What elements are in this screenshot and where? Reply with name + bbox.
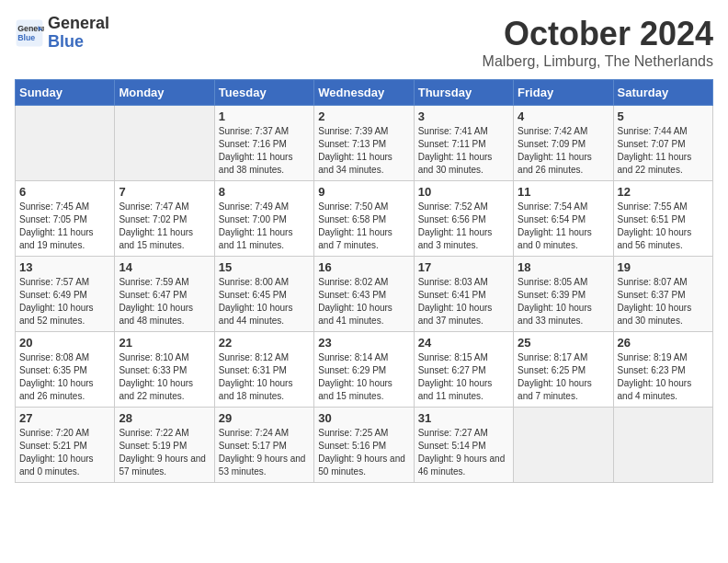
weekday-friday: Friday: [514, 80, 613, 106]
day-number: 8: [219, 185, 310, 199]
week-row-1: 1Sunrise: 7:37 AM Sunset: 7:16 PM Daylig…: [16, 106, 713, 181]
day-info: Sunrise: 8:14 AM Sunset: 6:29 PM Dayligh…: [318, 351, 409, 403]
calendar-cell: 8Sunrise: 7:49 AM Sunset: 7:00 PM Daylig…: [214, 181, 313, 257]
day-info: Sunrise: 7:37 AM Sunset: 7:16 PM Dayligh…: [219, 125, 310, 177]
day-info: Sunrise: 7:49 AM Sunset: 7:00 PM Dayligh…: [219, 201, 310, 252]
day-number: 24: [418, 336, 509, 350]
weekday-wednesday: Wednesday: [314, 80, 414, 106]
calendar-cell: 14Sunrise: 7:59 AM Sunset: 6:47 PM Dayli…: [115, 257, 214, 332]
calendar-cell: [514, 408, 613, 483]
calendar-table: SundayMondayTuesdayWednesdayThursdayFrid…: [15, 79, 713, 483]
day-info: Sunrise: 8:17 AM Sunset: 6:25 PM Dayligh…: [518, 351, 609, 403]
calendar-cell: 28Sunrise: 7:22 AM Sunset: 5:19 PM Dayli…: [115, 408, 214, 483]
day-number: 23: [318, 336, 409, 350]
day-info: Sunrise: 8:19 AM Sunset: 6:23 PM Dayligh…: [618, 351, 709, 403]
weekday-sunday: Sunday: [16, 80, 115, 106]
day-number: 21: [119, 336, 210, 350]
day-number: 2: [318, 109, 409, 123]
day-info: Sunrise: 7:59 AM Sunset: 6:47 PM Dayligh…: [119, 276, 210, 327]
calendar-cell: 4Sunrise: 7:42 AM Sunset: 7:09 PM Daylig…: [514, 106, 613, 181]
day-number: 28: [119, 411, 210, 425]
day-number: 27: [19, 411, 110, 425]
day-info: Sunrise: 8:05 AM Sunset: 6:39 PM Dayligh…: [518, 276, 609, 327]
day-info: Sunrise: 7:41 AM Sunset: 7:11 PM Dayligh…: [418, 125, 509, 177]
calendar-cell: [115, 106, 214, 181]
page-header: General Blue General Blue October 2024 M…: [15, 15, 713, 70]
calendar-cell: 5Sunrise: 7:44 AM Sunset: 7:07 PM Daylig…: [613, 106, 712, 181]
logo-icon: General Blue: [15, 18, 44, 48]
calendar-cell: 29Sunrise: 7:24 AM Sunset: 5:17 PM Dayli…: [214, 408, 313, 483]
calendar-cell: 16Sunrise: 8:02 AM Sunset: 6:43 PM Dayli…: [314, 257, 414, 332]
calendar-cell: [16, 106, 115, 181]
day-number: 9: [318, 185, 409, 199]
calendar-cell: 27Sunrise: 7:20 AM Sunset: 5:21 PM Dayli…: [16, 408, 115, 483]
day-number: 10: [418, 185, 509, 199]
week-row-3: 13Sunrise: 7:57 AM Sunset: 6:49 PM Dayli…: [16, 257, 713, 332]
day-number: 25: [518, 336, 609, 350]
day-number: 3: [418, 109, 509, 123]
week-row-2: 6Sunrise: 7:45 AM Sunset: 7:05 PM Daylig…: [16, 181, 713, 257]
day-number: 18: [518, 260, 609, 274]
calendar-cell: 17Sunrise: 8:03 AM Sunset: 6:41 PM Dayli…: [414, 257, 513, 332]
day-info: Sunrise: 8:00 AM Sunset: 6:45 PM Dayligh…: [219, 276, 310, 327]
day-number: 20: [19, 336, 110, 350]
day-info: Sunrise: 7:24 AM Sunset: 5:17 PM Dayligh…: [219, 427, 310, 478]
calendar-cell: 9Sunrise: 7:50 AM Sunset: 6:58 PM Daylig…: [314, 181, 414, 257]
day-number: 15: [219, 260, 310, 274]
day-info: Sunrise: 7:54 AM Sunset: 6:54 PM Dayligh…: [518, 201, 609, 252]
day-number: 26: [618, 336, 709, 350]
calendar-cell: 15Sunrise: 8:00 AM Sunset: 6:45 PM Dayli…: [214, 257, 313, 332]
calendar-cell: 19Sunrise: 8:07 AM Sunset: 6:37 PM Dayli…: [613, 257, 712, 332]
day-number: 4: [518, 109, 609, 123]
calendar-cell: [613, 408, 712, 483]
day-number: 14: [119, 260, 210, 274]
day-info: Sunrise: 7:20 AM Sunset: 5:21 PM Dayligh…: [19, 427, 110, 478]
day-info: Sunrise: 7:27 AM Sunset: 5:14 PM Dayligh…: [418, 427, 509, 478]
logo-text: General Blue: [48, 15, 109, 52]
calendar-cell: 1Sunrise: 7:37 AM Sunset: 7:16 PM Daylig…: [214, 106, 313, 181]
day-info: Sunrise: 7:52 AM Sunset: 6:56 PM Dayligh…: [418, 201, 509, 252]
calendar-cell: 13Sunrise: 7:57 AM Sunset: 6:49 PM Dayli…: [16, 257, 115, 332]
calendar-cell: 7Sunrise: 7:47 AM Sunset: 7:02 PM Daylig…: [115, 181, 214, 257]
day-info: Sunrise: 8:15 AM Sunset: 6:27 PM Dayligh…: [418, 351, 509, 403]
calendar-body: 1Sunrise: 7:37 AM Sunset: 7:16 PM Daylig…: [16, 106, 713, 483]
day-info: Sunrise: 7:45 AM Sunset: 7:05 PM Dayligh…: [19, 201, 110, 252]
day-info: Sunrise: 8:12 AM Sunset: 6:31 PM Dayligh…: [219, 351, 310, 403]
day-number: 30: [318, 411, 409, 425]
day-info: Sunrise: 7:44 AM Sunset: 7:07 PM Dayligh…: [618, 125, 709, 177]
calendar-cell: 22Sunrise: 8:12 AM Sunset: 6:31 PM Dayli…: [214, 332, 313, 408]
day-number: 22: [219, 336, 310, 350]
day-info: Sunrise: 7:25 AM Sunset: 5:16 PM Dayligh…: [318, 427, 409, 478]
calendar-cell: 6Sunrise: 7:45 AM Sunset: 7:05 PM Daylig…: [16, 181, 115, 257]
calendar-cell: 25Sunrise: 8:17 AM Sunset: 6:25 PM Dayli…: [514, 332, 613, 408]
calendar-cell: 18Sunrise: 8:05 AM Sunset: 6:39 PM Dayli…: [514, 257, 613, 332]
day-info: Sunrise: 7:22 AM Sunset: 5:19 PM Dayligh…: [119, 427, 210, 478]
month-title: October 2024: [483, 15, 713, 53]
title-block: October 2024 Malberg, Limburg, The Nethe…: [483, 15, 713, 70]
day-info: Sunrise: 7:42 AM Sunset: 7:09 PM Dayligh…: [518, 125, 609, 177]
day-number: 7: [119, 185, 210, 199]
day-number: 5: [618, 109, 709, 123]
day-info: Sunrise: 8:03 AM Sunset: 6:41 PM Dayligh…: [418, 276, 509, 327]
day-number: 16: [318, 260, 409, 274]
day-info: Sunrise: 8:02 AM Sunset: 6:43 PM Dayligh…: [318, 276, 409, 327]
weekday-saturday: Saturday: [613, 80, 712, 106]
calendar-cell: 2Sunrise: 7:39 AM Sunset: 7:13 PM Daylig…: [314, 106, 414, 181]
day-info: Sunrise: 7:57 AM Sunset: 6:49 PM Dayligh…: [19, 276, 110, 327]
day-number: 12: [618, 185, 709, 199]
calendar-cell: 30Sunrise: 7:25 AM Sunset: 5:16 PM Dayli…: [314, 408, 414, 483]
weekday-monday: Monday: [115, 80, 214, 106]
day-number: 31: [418, 411, 509, 425]
weekday-thursday: Thursday: [414, 80, 513, 106]
day-number: 1: [219, 109, 310, 123]
weekday-tuesday: Tuesday: [214, 80, 313, 106]
day-info: Sunrise: 8:10 AM Sunset: 6:33 PM Dayligh…: [119, 351, 210, 403]
day-info: Sunrise: 8:08 AM Sunset: 6:35 PM Dayligh…: [19, 351, 110, 403]
day-info: Sunrise: 8:07 AM Sunset: 6:37 PM Dayligh…: [618, 276, 709, 327]
calendar-cell: 3Sunrise: 7:41 AM Sunset: 7:11 PM Daylig…: [414, 106, 513, 181]
calendar-cell: 31Sunrise: 7:27 AM Sunset: 5:14 PM Dayli…: [414, 408, 513, 483]
day-number: 6: [19, 185, 110, 199]
location-title: Malberg, Limburg, The Netherlands: [483, 53, 713, 70]
calendar-cell: 10Sunrise: 7:52 AM Sunset: 6:56 PM Dayli…: [414, 181, 513, 257]
calendar-cell: 12Sunrise: 7:55 AM Sunset: 6:51 PM Dayli…: [613, 181, 712, 257]
